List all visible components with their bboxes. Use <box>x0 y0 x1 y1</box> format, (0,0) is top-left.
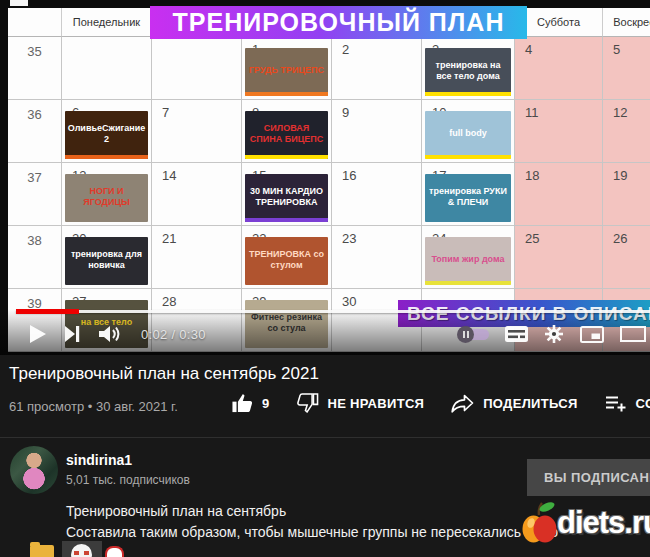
thumb-up-icon <box>231 393 253 413</box>
thumbnail-label: СИЛОВАЯ СПИНА БИЦЕПС <box>247 123 326 144</box>
view-count: 61 просмотр <box>9 399 84 414</box>
calendar-cell: 5 <box>603 37 650 100</box>
like-button[interactable]: 9 <box>231 393 270 413</box>
calendar-cell: 14 <box>152 163 242 226</box>
thumbnail-accent-strip <box>245 92 328 96</box>
volume-icon[interactable] <box>99 325 122 343</box>
thumbnail-label: НОГИ И ЯГОДИЦЫ <box>67 186 146 207</box>
thumbnail-label: тренировка для новичка <box>67 249 146 270</box>
video-thumbnail: НОГИ И ЯГОДИЦЫ <box>65 174 148 222</box>
save-button[interactable]: СОХРАНИТЬ <box>605 395 650 412</box>
day-number: 25 <box>525 231 539 246</box>
calendar-cell: 8СИЛОВАЯ СПИНА БИЦЕПС <box>242 100 332 163</box>
calendar-cell: 18 <box>515 163 603 226</box>
folder-icon <box>30 545 54 557</box>
section-divider <box>0 437 650 438</box>
day-number: 12 <box>613 105 627 120</box>
player-controls-bar: 0:02 / 0:30 <box>8 316 650 352</box>
calendar-cell: 22ТРЕНИРОВКА со стулом <box>242 226 332 289</box>
calendar-cell: 13НОГИ И ЯГОДИЦЫ <box>62 163 152 226</box>
calendar-cell: 1530 МИН КАРДИО ТРЕНИРОВКА <box>242 163 332 226</box>
calendar-cell: 3тренировка на все тело дома <box>422 37 515 100</box>
calendar-cell: 7 <box>152 100 242 163</box>
day-number: 19 <box>613 168 627 183</box>
play-button[interactable] <box>30 325 46 343</box>
description-line: Составила таким образом, чтобы мышечные … <box>66 524 558 540</box>
calendar-cell: 25 <box>515 226 603 289</box>
youtube-watch-page: ПонедельникСубботаВоскресенье351ГРУДЬ ТР… <box>0 0 650 557</box>
diets-watermark: diets.ru <box>521 499 650 551</box>
thumb-down-icon <box>297 393 319 413</box>
thumbnail-label: 30 МИН КАРДИО ТРЕНИРОВКА <box>247 186 326 207</box>
settings-gear-icon[interactable] <box>544 324 564 344</box>
day-number: 4 <box>525 42 532 57</box>
day-header: Суббота <box>515 8 603 37</box>
week-header-cell <box>8 8 62 37</box>
thumbnail-label: тренировка на все тело дома <box>427 60 509 81</box>
subscriber-count: 5,01 тыс. подписчиков <box>66 473 190 487</box>
day-number: 11 <box>525 105 539 120</box>
save-icon <box>605 395 627 412</box>
calendar-cell: 20тренировка для новичка <box>62 226 152 289</box>
week-number: 35 <box>8 37 62 100</box>
thumbnail-accent-strip <box>245 218 328 222</box>
day-number: 5 <box>613 42 620 57</box>
day-number: 28 <box>162 294 176 309</box>
calendar-cell: 10full body <box>422 100 515 163</box>
action-bar: 9 НЕ НРАВИТСЯ ПОДЕЛИТЬСЯ <box>231 389 650 417</box>
emoji-icon <box>71 544 92 557</box>
week-number: 37 <box>8 163 62 226</box>
progress-bar-played[interactable] <box>16 309 79 314</box>
thumbnail-accent-strip <box>425 155 511 159</box>
calendar-cell: 21 <box>152 226 242 289</box>
theater-mode-icon[interactable] <box>620 326 646 342</box>
subtitles-icon[interactable] <box>505 326 528 342</box>
week-number: 38 <box>8 226 62 289</box>
autoplay-toggle[interactable] <box>459 329 489 340</box>
channel-avatar[interactable] <box>10 446 58 494</box>
thumbnail-accent-strip <box>65 155 148 159</box>
next-button[interactable] <box>65 326 80 342</box>
day-number: 23 <box>342 231 356 246</box>
calendar-cell: 16 <box>332 163 422 226</box>
apple-logo <box>521 499 559 547</box>
thumbnail-accent-strip <box>245 155 328 159</box>
subscribed-button[interactable]: ВЫ ПОДПИСАНЫ <box>527 459 650 496</box>
calendar-cell: 9 <box>332 100 422 163</box>
time-display: 0:02 / 0:30 <box>141 327 206 342</box>
day-header: Воскресенье <box>603 8 650 37</box>
channel-name[interactable]: sindirina1 <box>66 452 132 468</box>
thumbnail-label: ОливьеСжигание 2 <box>67 123 146 144</box>
video-top-tick <box>10 0 28 6</box>
video-thumbnail: full body <box>425 111 511 159</box>
thumbnail-accent-strip <box>425 92 511 96</box>
calendar-cell <box>62 37 152 100</box>
description-line: Тренировочный план на сентябрь <box>66 503 286 519</box>
calendar-cell: 17тренировка РУКИ & ПЛЕЧИ <box>422 163 515 226</box>
progress-bar-track[interactable] <box>16 310 650 313</box>
calendar-cell: 2 <box>332 37 422 100</box>
day-number: 30 <box>342 294 356 309</box>
video-thumbnail: Топим жир дома <box>425 237 511 285</box>
calendar-cell: 4 <box>515 37 603 100</box>
thumbnail-label: ГРУДЬ ТРИЦЕПС <box>249 65 324 75</box>
week-number: 36 <box>8 100 62 163</box>
video-thumbnail: ОливьеСжигание 2 <box>65 111 148 159</box>
share-button[interactable]: ПОДЕЛИТЬСЯ <box>451 394 577 413</box>
video-thumbnail: тренировка на все тело дома <box>425 48 511 96</box>
calendar-cell <box>152 37 242 100</box>
share-icon <box>451 394 474 413</box>
day-number: 18 <box>525 168 539 183</box>
day-number: 7 <box>162 105 169 120</box>
day-number: 21 <box>162 231 176 246</box>
day-header: Понедельник <box>62 8 152 37</box>
video-thumbnail: ТРЕНИРОВКА со стулом <box>245 237 328 285</box>
calendar-cell: 1ГРУДЬ ТРИЦЕПС <box>242 37 332 100</box>
miniplayer-icon[interactable] <box>580 326 604 343</box>
calendar-cell: 6ОливьеСжигание 2 <box>62 100 152 163</box>
day-number: 9 <box>342 105 349 120</box>
video-player-surface[interactable]: ПонедельникСубботаВоскресенье351ГРУДЬ ТР… <box>0 0 650 355</box>
calendar-cell: 23 <box>332 226 422 289</box>
thumbnail-label: ТРЕНИРОВКА со стулом <box>247 249 326 270</box>
dislike-button[interactable]: НЕ НРАВИТСЯ <box>297 393 425 413</box>
